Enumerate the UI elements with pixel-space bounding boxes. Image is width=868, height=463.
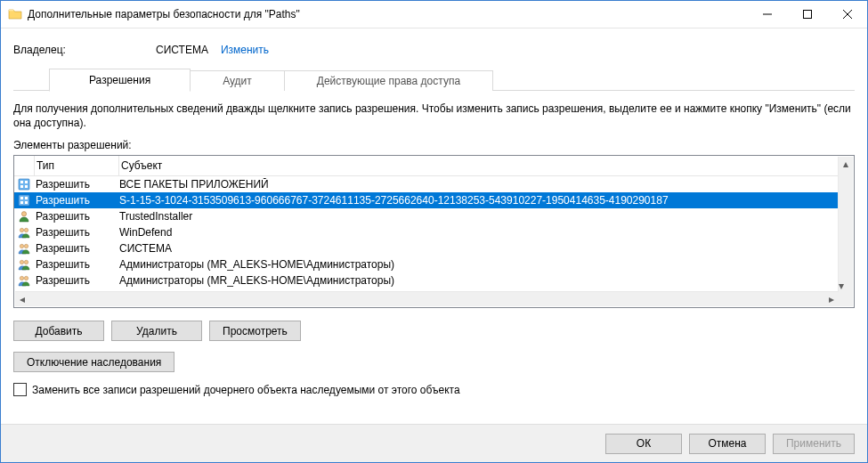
svg-rect-3 <box>25 181 28 183</box>
svg-rect-5 <box>25 185 28 188</box>
svg-point-19 <box>24 277 28 280</box>
table-row[interactable]: РазрешитьАдминистраторы (MR_ALEKS-HOME\А… <box>14 272 839 288</box>
elements-label: Элементы разрешений: <box>13 139 855 151</box>
tab-audit[interactable]: Аудит <box>190 70 285 91</box>
close-button[interactable] <box>827 1 867 28</box>
row-type: Разрешить <box>34 258 118 271</box>
svg-rect-7 <box>20 197 23 199</box>
table-row[interactable]: РазрешитьWinDefend <box>14 224 839 240</box>
view-button[interactable]: Просмотреть <box>209 321 301 341</box>
permissions-list[interactable]: Тип Субъект РазрешитьВСЕ ПАКЕТЫ ПРИЛОЖЕН… <box>13 155 855 308</box>
tab-permissions[interactable]: Разрешения <box>49 69 191 92</box>
cancel-button[interactable]: Отмена <box>689 434 766 454</box>
minimize-button[interactable] <box>747 1 787 28</box>
row-subject: Администраторы (MR_ALEKS-HOME\Администра… <box>118 258 839 271</box>
footer: ОК Отмена Применить <box>1 424 867 462</box>
svg-rect-4 <box>20 185 23 188</box>
disable-inheritance-button[interactable]: Отключение наследования <box>13 352 174 372</box>
maximize-button[interactable] <box>787 1 827 28</box>
row-type: Разрешить <box>34 210 118 223</box>
list-header: Тип Субъект <box>14 156 839 176</box>
titlebar: Дополнительные параметры безопасности дл… <box>1 1 867 28</box>
col-type-header[interactable]: Тип <box>35 156 119 175</box>
row-type: Разрешить <box>34 242 118 255</box>
scroll-down-icon[interactable]: ▾ <box>839 279 844 293</box>
owner-row: Владелец: СИСТЕМА Изменить <box>13 39 855 61</box>
row-subject: WinDefend <box>118 226 839 239</box>
tabs: Разрешения Аудит Действующие права досту… <box>13 69 855 91</box>
table-row[interactable]: РазрешитьS-1-15-3-1024-3153509613-960666… <box>14 192 839 208</box>
scroll-left-icon[interactable]: ◂ <box>15 292 29 306</box>
row-subject: СИСТЕМА <box>118 242 839 255</box>
action-buttons: Добавить Удалить Просмотреть <box>13 321 855 341</box>
folder-icon <box>8 7 22 21</box>
replace-checkbox[interactable] <box>13 383 27 396</box>
svg-rect-10 <box>25 201 28 204</box>
svg-point-16 <box>20 261 23 264</box>
user-icon <box>14 210 34 223</box>
table-row[interactable]: РазрешитьВСЕ ПАКЕТЫ ПРИЛОЖЕНИЙ <box>14 176 839 192</box>
vertical-scrollbar[interactable]: ▴ ▾ <box>838 157 853 293</box>
row-type: Разрешить <box>34 274 118 287</box>
scrollbar-corner <box>839 292 853 306</box>
group-icon <box>14 258 34 271</box>
group-icon <box>14 226 34 239</box>
owner-label: Владелец: <box>13 44 156 56</box>
row-subject: S-1-15-3-1024-3153509613-960666767-37246… <box>118 194 839 207</box>
add-button[interactable]: Добавить <box>13 321 104 341</box>
tab-effective-access[interactable]: Действующие права доступа <box>284 70 493 91</box>
row-type: Разрешить <box>34 194 118 207</box>
svg-point-13 <box>24 229 28 232</box>
svg-rect-2 <box>20 181 23 183</box>
svg-point-11 <box>21 212 26 216</box>
replace-label: Заменить все записи разрешений дочернего… <box>32 384 460 396</box>
apply-button[interactable]: Применить <box>773 434 855 454</box>
table-row[interactable]: РазрешитьАдминистраторы (MR_ALEKS-HOME\А… <box>14 256 839 272</box>
remove-button[interactable]: Удалить <box>111 321 202 341</box>
content-area: Владелец: СИСТЕМА Изменить Разрешения Ау… <box>1 28 867 424</box>
svg-rect-1 <box>19 179 29 190</box>
info-text: Для получения дополнительных сведений дв… <box>13 102 855 130</box>
app-package-icon <box>14 194 34 207</box>
svg-point-14 <box>20 245 23 248</box>
row-subject: ВСЕ ПАКЕТЫ ПРИЛОЖЕНИЙ <box>118 178 839 191</box>
owner-change-link[interactable]: Изменить <box>221 44 269 56</box>
col-subject-header[interactable]: Субъект <box>119 156 839 175</box>
horizontal-scrollbar[interactable]: ◂ ▸ <box>15 291 839 306</box>
svg-point-12 <box>20 229 23 232</box>
svg-point-15 <box>24 245 28 248</box>
col-icon[interactable] <box>14 156 35 175</box>
scroll-up-icon[interactable]: ▴ <box>839 157 853 171</box>
svg-point-17 <box>24 261 28 264</box>
svg-rect-0 <box>803 11 811 19</box>
svg-rect-8 <box>25 197 28 199</box>
replace-row: Заменить все записи разрешений дочернего… <box>13 383 855 396</box>
table-row[interactable]: РазрешитьTrustedInstaller <box>14 208 839 224</box>
app-package-icon <box>14 178 34 191</box>
svg-rect-6 <box>19 195 29 206</box>
row-type: Разрешить <box>34 178 118 191</box>
ok-button[interactable]: ОК <box>605 434 682 454</box>
advanced-security-window: Дополнительные параметры безопасности дл… <box>0 0 868 463</box>
window-title: Дополнительные параметры безопасности дл… <box>28 8 747 20</box>
svg-point-18 <box>20 277 23 280</box>
group-icon <box>14 242 34 255</box>
scroll-right-icon[interactable]: ▸ <box>824 292 839 306</box>
row-type: Разрешить <box>34 226 118 239</box>
table-row[interactable]: РазрешитьСИСТЕМА <box>14 240 839 256</box>
svg-rect-9 <box>20 201 23 204</box>
row-subject: TrustedInstaller <box>118 210 839 223</box>
owner-value: СИСТЕМА <box>156 44 208 56</box>
group-icon <box>14 274 34 287</box>
row-subject: Администраторы (MR_ALEKS-HOME\Администра… <box>118 274 839 287</box>
